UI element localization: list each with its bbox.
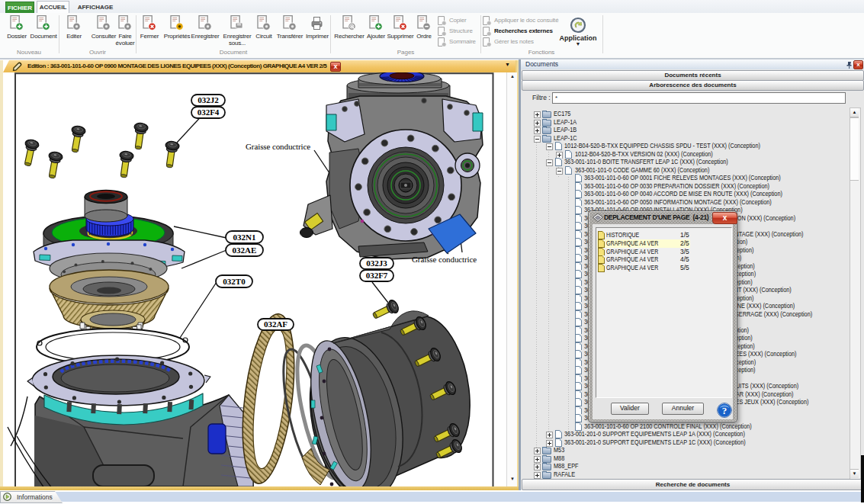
svg-text:?: ? bbox=[722, 405, 727, 416]
svg-text:Graisse conductrice: Graisse conductrice bbox=[412, 255, 477, 264]
svg-text:032F7: 032F7 bbox=[366, 271, 388, 280]
svg-text:032N1: 032N1 bbox=[233, 233, 256, 242]
svg-text:032F4: 032F4 bbox=[198, 108, 220, 117]
svg-text:032J3: 032J3 bbox=[366, 258, 387, 268]
svg-text:032AF: 032AF bbox=[264, 319, 287, 329]
svg-text:032J2: 032J2 bbox=[198, 95, 219, 104]
svg-text:Graisse conductrice: Graisse conductrice bbox=[246, 142, 310, 151]
svg-text:032T0: 032T0 bbox=[223, 277, 246, 286]
svg-text:032AE: 032AE bbox=[233, 246, 257, 255]
